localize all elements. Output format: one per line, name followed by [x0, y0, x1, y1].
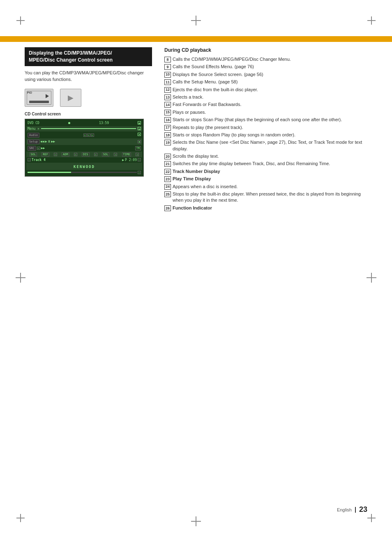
- list-item: 10Displays the Source Select screen. (pa…: [164, 71, 367, 78]
- item-number: 10: [164, 72, 171, 78]
- ref-btn[interactable]: REF: [42, 152, 49, 157]
- page-number: 23: [359, 505, 367, 514]
- adm-btn[interactable]: ADM: [62, 152, 69, 157]
- time-display: 13:59: [99, 121, 109, 125]
- item-number: 9: [164, 64, 171, 70]
- track-time: P 2:09: [125, 158, 137, 162]
- item-text: Track Number Display: [173, 168, 367, 175]
- item-number: 22: [164, 169, 171, 175]
- screen-label: CD Control screen: [25, 112, 152, 116]
- time-indicator: ▣: [138, 121, 141, 124]
- time-btn[interactable]: TIME: [122, 152, 131, 157]
- audio-btn[interactable]: Audio: [28, 133, 39, 138]
- cd-control-screen: DVD CD 13:59 ▣ Menu » ▪ Audio ◻ ◻ ◻: [25, 119, 144, 177]
- item-number: 19: [164, 140, 171, 145]
- rew-btn[interactable]: ◀◀: [40, 140, 44, 143]
- cd-unit-2: ▶: [60, 89, 81, 107]
- section-header: Displaying the CD/MP3/WMA/JPEG/ MPEG/Dis…: [25, 47, 152, 66]
- list-item: 12Ejects the disc from the built-in disc…: [164, 87, 367, 93]
- item-text: Appears when a disc is inserted.: [173, 184, 367, 190]
- list-item: 11Calls the Setup Menu. (page 58): [164, 79, 367, 85]
- item-text: Function Indicator: [173, 205, 367, 211]
- track-num-indicator: ◻: [28, 158, 31, 161]
- progress-fill: [28, 172, 71, 173]
- crosshair-top: [191, 16, 201, 25]
- list-item: 22Track Number Display: [164, 168, 367, 175]
- progress-bar: [28, 172, 137, 173]
- page-lang: English: [337, 507, 352, 512]
- item-number: 23: [164, 176, 171, 182]
- item-number: 16: [164, 117, 171, 123]
- device-images: PIO ▶: [25, 89, 152, 107]
- list-item: 9Calls the Sound Effects Menu. (page 76): [164, 64, 367, 70]
- item-number: 13: [164, 94, 171, 100]
- item-text: Calls the CD/MP3/WMA/JPEG/MPEG/Disc Chan…: [173, 56, 367, 62]
- fn-btn2[interactable]: ◻: [74, 153, 77, 156]
- corner-mark-tl: [16, 16, 25, 25]
- item-number: 17: [164, 125, 171, 131]
- time-mode: TM: [135, 146, 141, 150]
- item-number: 24: [164, 184, 171, 190]
- item-number: 20: [164, 154, 171, 159]
- item-text: Calls the Setup Menu. (page 58): [173, 79, 367, 85]
- item-number: 14: [164, 102, 171, 108]
- item-text: Calls the Sound Effects Menu. (page 76): [173, 64, 367, 70]
- ctrl-2[interactable]: ◻: [87, 134, 90, 137]
- sol2-btn[interactable]: SOL: [102, 152, 110, 157]
- list-item: 14Fast Forwards or Fast Backwards.: [164, 101, 367, 108]
- src-ctrl1: ◻: [37, 147, 40, 150]
- page-separator: [355, 507, 356, 513]
- list-item: 16Starts or stops Scan Play (that plays …: [164, 117, 367, 123]
- menu-label: Menu »: [28, 127, 39, 131]
- item-number: 25: [164, 191, 171, 197]
- item-text: Ejects the disc from the built-in disc p…: [173, 87, 367, 93]
- list-item: 23Play Time Display: [164, 176, 367, 182]
- section-desc: You can play the CD/MP3/WMA/JPEG/MPEG/Di…: [25, 69, 152, 83]
- sol-btn[interactable]: SOL: [30, 152, 37, 157]
- item-text: Fast Forwards or Fast Backwards.: [173, 101, 367, 108]
- fwd-btn[interactable]: ▶▶: [51, 140, 55, 143]
- item-text: Play Time Display: [173, 176, 367, 182]
- menu-bar: [41, 128, 136, 129]
- item-text: Starts or stops Random Play (to play son…: [173, 132, 367, 138]
- item-text: Selects the Disc Name (see <Set Disc Nam…: [173, 139, 367, 152]
- item-text: Stops to play the built-in disc player. …: [173, 191, 367, 204]
- fn-btn1[interactable]: ◻: [54, 153, 57, 156]
- src-arrow: ▶▶: [41, 146, 45, 150]
- dvd-cd-label: DVD CD: [28, 121, 39, 125]
- cd-slot: [29, 101, 49, 103]
- playback-title: During CD playback: [164, 47, 367, 53]
- item-text: Starts or stops Scan Play (that plays th…: [173, 117, 367, 123]
- fn-btn5[interactable]: ◻: [136, 153, 139, 156]
- fn-btn3[interactable]: ◻: [94, 153, 97, 156]
- item-number: 15: [164, 110, 171, 115]
- dis-btn[interactable]: DIS: [82, 152, 90, 157]
- src-btn[interactable]: SRC: [28, 146, 36, 151]
- item-number: 11: [164, 79, 171, 85]
- corner-mark-br: [367, 514, 376, 522]
- item-number: 18: [164, 132, 171, 138]
- progress-end-indicator: ◻: [138, 171, 141, 174]
- ctrl-3[interactable]: ◻: [91, 134, 94, 137]
- item-text: Selects a track.: [173, 94, 367, 100]
- list-item: 21Switches the play time display between…: [164, 161, 367, 167]
- page-footer: English 23: [337, 505, 367, 514]
- list-item: 24Appears when a disc is inserted.: [164, 184, 367, 190]
- play-pause-btn[interactable]: ▶⏸: [45, 140, 51, 143]
- list-item: 25Stops to play the built-in disc player…: [164, 191, 367, 204]
- ctrl-1[interactable]: ◻: [83, 134, 87, 137]
- kenwood-label: KENWOOD: [74, 165, 95, 169]
- track-name: Track 4: [32, 158, 46, 162]
- item-number: 26: [164, 205, 171, 211]
- setup-btn[interactable]: Setup: [28, 139, 39, 144]
- item-number: 8: [164, 57, 171, 62]
- cd-arrow: [46, 94, 49, 98]
- list-item: 8Calls the CD/MP3/WMA/JPEG/MPEG/Disc Cha…: [164, 56, 367, 62]
- crosshair-right: [367, 273, 376, 283]
- item-text: Plays or pauses.: [173, 109, 367, 115]
- ctrl-r: ▪: [138, 133, 141, 136]
- item-list: 8Calls the CD/MP3/WMA/JPEG/MPEG/Disc Cha…: [164, 56, 367, 211]
- crosshair-bottom: [191, 516, 201, 526]
- fn-btn4[interactable]: ◻: [114, 153, 117, 156]
- item-text: Displays the Source Select screen. (page…: [173, 71, 367, 78]
